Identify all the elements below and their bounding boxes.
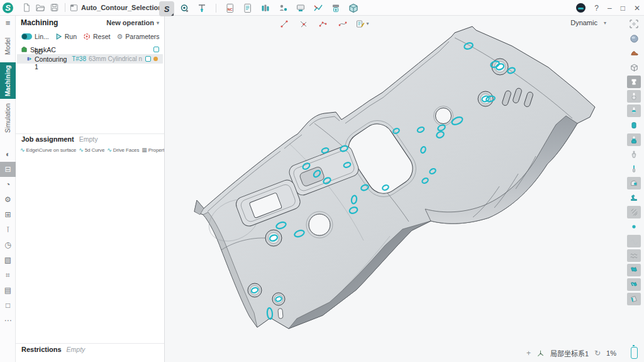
ball-tool-teal-icon[interactable]	[627, 105, 641, 117]
reset-button[interactable]: Reset	[83, 33, 110, 40]
divider	[16, 343, 164, 344]
machine-setup-icon[interactable]: ⊟	[0, 162, 16, 177]
surface-partial-icon[interactable]	[627, 293, 641, 305]
tool-setup-button[interactable]	[194, 1, 209, 14]
line-segment-tool[interactable]	[277, 18, 292, 30]
action-label: Edge\Curve on surface	[26, 147, 76, 153]
window-controls: ? – □ ✕	[576, 0, 640, 16]
drive-faces-button[interactable]: ∿ Drive Faces	[107, 147, 139, 153]
time-icon[interactable]: ◷	[0, 237, 16, 252]
toggle-icon	[21, 33, 32, 40]
new-operation-label: New operation	[106, 19, 154, 26]
machining-mode-button[interactable]: S	[159, 1, 174, 16]
checkbox[interactable]	[153, 47, 159, 52]
more-icon[interactable]: ⋯	[0, 313, 16, 328]
shaded-sphere-icon[interactable]	[627, 32, 641, 45]
point-icon[interactable]	[627, 220, 641, 233]
divider	[216, 4, 216, 13]
machine-settings-button[interactable]	[293, 1, 308, 14]
divider	[16, 133, 164, 134]
run-button[interactable]: Run	[55, 33, 77, 40]
hatch-pattern-icon[interactable]	[627, 206, 641, 218]
cad-model[interactable]	[165, 16, 624, 362]
linked-toggle[interactable]: Lin...	[21, 33, 49, 40]
open-file-button[interactable]	[33, 1, 47, 14]
documentation-button[interactable]	[240, 1, 255, 14]
play-icon	[55, 33, 62, 40]
panel-toolbar: Lin... Run Reset ⚙ Parameters	[16, 31, 164, 42]
user-avatar[interactable]	[576, 3, 586, 13]
tool-holder-icon[interactable]	[627, 76, 641, 88]
add-coordinate-button[interactable]: +	[526, 349, 531, 357]
tab-simulation[interactable]: Simulation	[0, 99, 16, 138]
datum-icon[interactable]: ◐	[0, 147, 16, 162]
nc-program-button[interactable]: NC	[223, 1, 238, 14]
coordinate-system-label[interactable]: 局部坐标系1	[550, 348, 589, 358]
setup-target-button[interactable]	[177, 1, 192, 14]
polyline-tool[interactable]	[316, 18, 331, 30]
waves-icon[interactable]	[627, 249, 641, 262]
help-button[interactable]: ?	[594, 4, 599, 12]
toggle-label: Lin...	[35, 33, 49, 40]
cylinder-tool-icon[interactable]	[627, 119, 641, 132]
view-mode-dropdown[interactable]: Dynamic ▾	[570, 19, 606, 26]
status-dot	[153, 57, 158, 61]
chevron-down-icon: ▾	[157, 20, 159, 26]
tab-machining[interactable]: Machining	[0, 62, 16, 99]
print-3d-button[interactable]	[328, 1, 343, 14]
grid-icon[interactable]: ⌗	[0, 268, 16, 283]
workpiece-icon[interactable]: ⊞	[0, 207, 16, 222]
operations-wizard-button[interactable]	[275, 1, 291, 14]
minimize-button[interactable]: –	[608, 4, 612, 12]
settings-gear-icon[interactable]: ⚙	[0, 192, 16, 207]
machining-panel: Machining New operation ▾ Lin... Run Res…	[16, 16, 165, 362]
coordinate-triad-icon	[536, 349, 545, 358]
new-operation-button[interactable]: New operation ▾	[106, 19, 159, 26]
properties-button[interactable]: ▦ Properties	[142, 147, 164, 153]
maximize-button[interactable]: □	[621, 4, 625, 12]
tree-row-operation[interactable]: 6D Contouring 1 T#38 63mm Cylindrical n	[17, 54, 163, 64]
divider	[65, 3, 65, 12]
job-assignment-header: Job assignment Empty	[16, 135, 104, 143]
tool-library-button[interactable]	[258, 1, 273, 14]
blank-icon[interactable]: □	[0, 298, 16, 313]
right-toolbar	[624, 16, 644, 362]
intersect-select-tool[interactable]	[296, 18, 311, 30]
save-button[interactable]	[47, 1, 61, 14]
reset-label: Reset	[93, 33, 110, 40]
layers-icon[interactable]: ▧	[0, 252, 16, 268]
simulation-machine-icon[interactable]	[627, 177, 641, 189]
sketch-tool[interactable]: ▾	[355, 18, 370, 30]
parameters-button[interactable]: ⚙ Parameters	[116, 33, 159, 41]
curve-icon: ∿	[79, 147, 83, 153]
wireframe-box-icon[interactable]	[627, 61, 641, 74]
close-button[interactable]: ✕	[634, 4, 640, 12]
surface-flag-icon[interactable]	[627, 264, 641, 276]
small-bit-icon[interactable]	[627, 162, 641, 175]
properties-icon: ▦	[142, 147, 147, 153]
statistics-button[interactable]	[311, 1, 326, 14]
drill-bit-icon[interactable]	[627, 148, 641, 161]
svg-text:NC: NC	[228, 8, 233, 11]
5d-curve-button[interactable]: ∿ 5d Curve	[79, 147, 104, 153]
rotate-view-icon[interactable]: ↻	[594, 349, 601, 357]
view-mode-label: Dynamic	[570, 19, 597, 26]
compass-icon[interactable]: ◔	[0, 177, 16, 192]
surface-flag2-icon[interactable]	[627, 278, 641, 291]
material-shoe-icon[interactable]	[627, 47, 641, 59]
fit-view-icon[interactable]	[627, 18, 641, 30]
ball-tool-gray-icon[interactable]	[627, 90, 641, 103]
edge-curve-on-surface-button[interactable]: ∿ Edge\Curve on surface	[20, 147, 76, 153]
curve-disabled-icon[interactable]	[627, 235, 641, 247]
3d-viewport[interactable]: ▾ Dynamic ▾ + 局部坐标系1 ↻ 1%	[165, 16, 624, 362]
spline-tool[interactable]	[335, 18, 350, 30]
tab-model[interactable]: Model	[0, 30, 16, 62]
model-3d-button[interactable]	[346, 1, 361, 14]
menu-hamburger-icon[interactable]: ≡	[0, 16, 16, 30]
tool-icon[interactable]: ⊺	[0, 222, 16, 237]
robot-arm-icon[interactable]	[627, 191, 641, 204]
tool-assembly-icon[interactable]	[627, 133, 641, 146]
checkbox[interactable]	[145, 56, 151, 62]
new-file-button[interactable]	[19, 1, 33, 14]
printer-icon[interactable]: ▤	[0, 283, 16, 298]
